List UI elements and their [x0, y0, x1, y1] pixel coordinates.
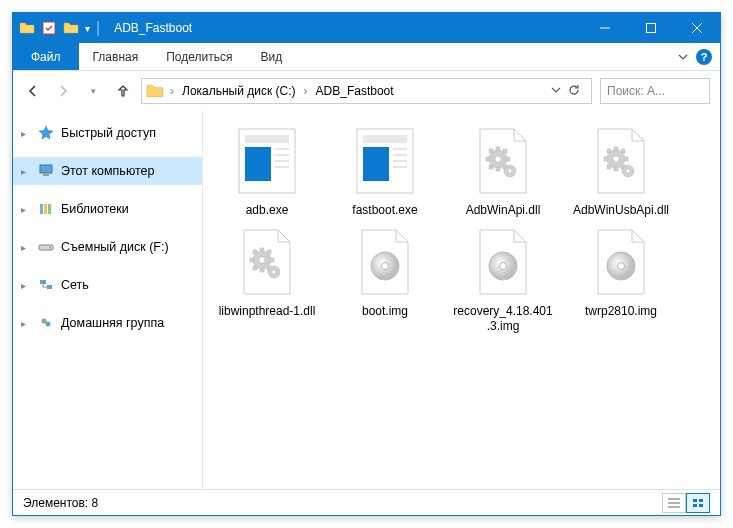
svg-rect-7 — [40, 204, 43, 214]
file-label: libwinpthread-1.dll — [219, 304, 316, 319]
minimize-button[interactable] — [582, 13, 628, 43]
sidebar-item-libraries[interactable]: ▸ Библиотеки — [13, 195, 202, 223]
svg-rect-58 — [250, 258, 254, 262]
svg-rect-24 — [363, 135, 407, 143]
file-item[interactable]: twrp2810.img — [571, 226, 671, 334]
svg-point-11 — [49, 247, 51, 249]
folder-open-icon[interactable] — [63, 20, 79, 36]
svg-rect-38 — [489, 165, 493, 169]
breadcrumb-dropdown-icon[interactable] — [551, 84, 561, 98]
chevron-right-icon[interactable]: ▸ — [21, 280, 31, 291]
svg-rect-34 — [486, 157, 490, 161]
file-item[interactable]: fastboot.exe — [335, 125, 435, 218]
up-button[interactable] — [113, 81, 133, 101]
chevron-right-icon[interactable]: › — [302, 84, 310, 98]
svg-rect-35 — [506, 157, 510, 161]
chevron-right-icon[interactable]: › — [168, 84, 176, 98]
svg-rect-13 — [47, 285, 52, 289]
file-icon — [468, 125, 538, 197]
svg-rect-5 — [40, 165, 52, 173]
svg-rect-33 — [496, 167, 500, 171]
svg-rect-61 — [267, 250, 271, 254]
ribbon-expand-icon[interactable] — [678, 48, 688, 66]
folder-icon — [19, 20, 35, 36]
search-placeholder: Поиск: A... — [607, 84, 665, 98]
breadcrumb-disk[interactable]: Локальный диск (C:) — [178, 82, 300, 100]
file-label: fastboot.exe — [352, 203, 417, 218]
breadcrumb-folder[interactable]: ADB_Fastboot — [312, 82, 398, 100]
sidebar-label: Этот компьютер — [61, 164, 154, 178]
svg-rect-62 — [253, 266, 257, 270]
tab-share[interactable]: Поделиться — [152, 43, 246, 70]
chevron-right-icon[interactable]: ▸ — [21, 318, 31, 329]
network-icon — [37, 276, 55, 294]
tab-view[interactable]: Вид — [246, 43, 296, 70]
icons-view-button[interactable] — [686, 493, 710, 513]
breadcrumb[interactable]: › Локальный диск (C:) › ADB_Fastboot — [141, 78, 592, 104]
tab-home[interactable]: Главная — [79, 43, 153, 70]
svg-point-31 — [495, 156, 501, 162]
file-label: AdbWinUsbApi.dll — [573, 203, 669, 218]
drive-icon — [37, 238, 55, 256]
search-input[interactable]: Поиск: A... — [600, 78, 710, 104]
sidebar-item-network[interactable]: ▸ Сеть — [13, 271, 202, 299]
address-bar-row: ▾ › Локальный диск (C:) › ADB_Fastboot П… — [13, 71, 720, 111]
back-button[interactable] — [23, 81, 43, 101]
tab-file[interactable]: Файл — [13, 43, 79, 70]
help-icon[interactable]: ? — [696, 49, 712, 65]
sidebar-label: Домашняя группа — [61, 316, 164, 330]
maximize-button[interactable] — [628, 13, 674, 43]
svg-rect-8 — [44, 204, 47, 214]
svg-point-65 — [272, 270, 276, 274]
explorer-window: ▾ | ADB_Fastboot Файл Главная Поделиться… — [12, 12, 721, 516]
sidebar-item-homegroup[interactable]: ▸ Домашняя группа — [13, 309, 202, 337]
file-item[interactable]: boot.img — [335, 226, 435, 334]
chevron-right-icon[interactable]: ▸ — [21, 166, 31, 177]
computer-icon — [37, 162, 55, 180]
libraries-icon — [37, 200, 55, 218]
sidebar-item-this-pc[interactable]: ▸ Этот компьютер — [13, 157, 202, 185]
properties-icon[interactable] — [41, 20, 57, 36]
chevron-right-icon[interactable]: ▸ — [21, 128, 31, 139]
qat-dropdown-icon[interactable]: ▾ — [85, 23, 90, 34]
svg-point-14 — [42, 319, 47, 324]
svg-rect-44 — [614, 147, 618, 151]
file-grid[interactable]: adb.exefastboot.exeAdbWinApi.dllAdbWinUs… — [203, 111, 720, 489]
svg-rect-12 — [40, 280, 46, 284]
sidebar-item-removable[interactable]: ▸ Съемный диск (F:) — [13, 233, 202, 261]
file-item[interactable]: libwinpthread-1.dll — [217, 226, 317, 334]
folder-icon — [146, 82, 164, 100]
file-label: twrp2810.img — [585, 304, 657, 319]
file-item[interactable]: recovery_4.18.401.3.img — [453, 226, 553, 334]
file-item[interactable]: adb.exe — [217, 125, 317, 218]
recent-dropdown-icon[interactable]: ▾ — [83, 81, 103, 101]
titlebar: ▾ | ADB_Fastboot — [13, 13, 720, 43]
item-count: Элементов: 8 — [23, 496, 98, 510]
svg-rect-45 — [614, 167, 618, 171]
star-icon — [37, 124, 55, 142]
window-controls — [582, 13, 720, 43]
file-icon — [232, 226, 302, 298]
svg-rect-59 — [270, 258, 274, 262]
sidebar-label: Сеть — [61, 278, 89, 292]
close-button[interactable] — [674, 13, 720, 43]
svg-rect-47 — [624, 157, 628, 161]
sidebar-label: Библиотеки — [61, 202, 129, 216]
file-item[interactable]: AdbWinUsbApi.dll — [571, 125, 671, 218]
qat-separator: | — [96, 19, 100, 37]
svg-rect-2 — [647, 24, 656, 33]
svg-rect-60 — [253, 250, 257, 254]
file-label: recovery_4.18.401.3.img — [453, 304, 553, 334]
forward-button[interactable] — [53, 81, 73, 101]
chevron-right-icon[interactable]: ▸ — [21, 242, 31, 253]
file-item[interactable]: AdbWinApi.dll — [453, 125, 553, 218]
svg-point-53 — [626, 169, 630, 173]
view-toggle — [662, 493, 710, 513]
details-view-button[interactable] — [662, 493, 686, 513]
sidebar-label: Быстрый доступ — [61, 126, 156, 140]
sidebar-item-quick-access[interactable]: ▸ Быстрый доступ — [13, 119, 202, 147]
refresh-icon[interactable] — [567, 83, 581, 100]
chevron-right-icon[interactable]: ▸ — [21, 204, 31, 215]
svg-rect-50 — [607, 165, 611, 169]
quick-access-toolbar: ▾ | — [13, 19, 106, 37]
